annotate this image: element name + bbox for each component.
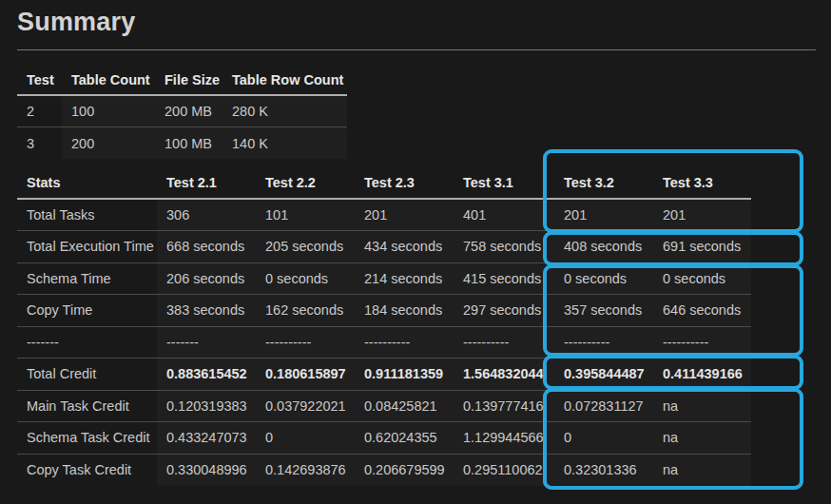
- column-header: Test 3.3: [653, 167, 751, 199]
- row-label: Total Execution Time: [17, 231, 157, 263]
- header-row: StatsTest 2.1Test 2.2Test 2.3Test 3.1Tes…: [17, 167, 751, 199]
- cell-value: 0.072831127: [554, 390, 653, 422]
- row-label: Schema Time: [17, 262, 157, 295]
- cell-value: na: [653, 390, 751, 422]
- cell-value: 0.330048996: [157, 454, 256, 486]
- cell-value: 306: [157, 199, 256, 231]
- column-header: Table Row Count: [222, 65, 347, 95]
- row-label: Main Task Credit: [17, 390, 157, 422]
- column-header: Table Count: [62, 65, 155, 95]
- cell-value: na: [653, 422, 751, 455]
- row-label: Total Tasks: [17, 199, 157, 231]
- cell-value: 0.32301336: [554, 454, 653, 486]
- tests-overview-table: TestTable CountFile SizeTable Row Count2…: [17, 65, 347, 159]
- cell-value: 201: [554, 199, 653, 231]
- cell-value: 357 seconds: [554, 295, 653, 327]
- cell-value: 0: [256, 422, 355, 455]
- table-row: Total Execution Time668 seconds205 secon…: [17, 231, 751, 263]
- cell-value: 0.08425821: [355, 390, 454, 422]
- column-header: Test: [17, 65, 62, 95]
- table-row: 3200100 MB140 K: [17, 127, 347, 160]
- stats-comparison-table: StatsTest 2.1Test 2.2Test 2.3Test 3.1Tes…: [17, 167, 751, 486]
- title-divider: [17, 49, 816, 50]
- cell-value: 0.180615897: [256, 359, 355, 391]
- row-label: Copy Time: [17, 295, 157, 327]
- cell-value: 0.206679599: [355, 454, 454, 486]
- cell-value: 214 seconds: [355, 262, 454, 295]
- cell-value: 0 seconds: [554, 262, 653, 295]
- row-label: 2: [17, 95, 62, 127]
- cell-value: 162 seconds: [256, 295, 355, 327]
- cell-value: ----------: [554, 326, 653, 359]
- cell-value: 201: [653, 199, 751, 231]
- cell-value: 408 seconds: [554, 231, 653, 263]
- table-row: Total Credit0.8836154520.1806158970.9111…: [17, 359, 751, 391]
- row-label: 3: [17, 127, 62, 160]
- cell-value: 0.139777416: [454, 390, 554, 422]
- row-label: Total Credit: [17, 359, 157, 391]
- cell-value: 0.142693876: [256, 454, 355, 486]
- column-header: File Size: [155, 65, 222, 95]
- cell-value: 280 K: [222, 95, 347, 127]
- cell-value: 0.120319383: [157, 390, 256, 422]
- cell-value: 0 seconds: [256, 262, 355, 295]
- cell-value: ----------: [653, 326, 751, 359]
- cell-value: 0.395844487: [554, 359, 653, 391]
- cell-value: 100 MB: [155, 127, 222, 160]
- cell-value: 140 K: [222, 127, 347, 160]
- table-row: Copy Task Credit0.3300489960.1426938760.…: [17, 454, 751, 486]
- row-label: -------: [17, 326, 157, 359]
- cell-value: 415 seconds: [454, 262, 554, 295]
- cell-value: 1.129944566: [454, 422, 554, 455]
- cell-value: 668 seconds: [157, 231, 256, 263]
- cell-value: 0: [554, 422, 653, 455]
- cell-value: 0.433247073: [157, 422, 256, 455]
- cell-value: 200: [62, 127, 155, 160]
- column-header: Test 3.1: [454, 167, 554, 199]
- page-title: Summary: [17, 8, 135, 37]
- cell-value: 0.411439166: [653, 359, 751, 391]
- row-label: Copy Task Credit: [17, 454, 157, 486]
- cell-value: 758 seconds: [454, 231, 554, 263]
- cell-value: 646 seconds: [653, 295, 751, 327]
- table-row: Schema Time206 seconds0 seconds214 secon…: [17, 262, 751, 295]
- table-row: Schema Task Credit0.43324707300.62024355…: [17, 422, 751, 455]
- cell-value: 200 MB: [155, 95, 222, 127]
- cell-value: 691 seconds: [653, 231, 751, 263]
- cell-value: 0.911181359: [355, 359, 454, 391]
- cell-value: 297 seconds: [454, 295, 554, 327]
- cell-value: 184 seconds: [355, 295, 454, 327]
- table-row: Copy Time383 seconds162 seconds184 secon…: [17, 295, 751, 327]
- cell-value: 0.883615452: [157, 359, 256, 391]
- cell-value: 0.295110062: [454, 454, 554, 486]
- cell-value: 205 seconds: [256, 231, 355, 263]
- cell-value: 0.037922021: [256, 390, 355, 422]
- cell-value: na: [653, 454, 751, 486]
- cell-value: 206 seconds: [157, 262, 256, 295]
- column-header: Stats: [17, 167, 157, 199]
- header-row: TestTable CountFile SizeTable Row Count: [17, 65, 347, 95]
- cell-value: 101: [256, 199, 355, 231]
- row-label: Schema Task Credit: [17, 422, 157, 455]
- cell-value: -------: [157, 326, 256, 359]
- cell-value: 0.62024355: [355, 422, 454, 455]
- table-row: Total Tasks306101201401201201: [17, 199, 751, 231]
- cell-value: ----------: [256, 326, 355, 359]
- table-row: 2100200 MB280 K: [17, 95, 347, 127]
- cell-value: 401: [454, 199, 554, 231]
- cell-value: 0 seconds: [653, 262, 751, 295]
- cell-value: 201: [355, 199, 454, 231]
- table-row: Main Task Credit0.1203193830.0379220210.…: [17, 390, 751, 422]
- cell-value: 383 seconds: [157, 295, 256, 327]
- column-header: Test 2.1: [157, 167, 256, 199]
- cell-value: 100: [62, 95, 155, 127]
- table-row: ----------------------------------------…: [17, 326, 751, 359]
- column-header: Test 3.2: [554, 167, 653, 199]
- cell-value: 434 seconds: [355, 231, 454, 263]
- summary-report: Summary TestTable CountFile SizeTable Ro…: [0, 0, 831, 504]
- cell-value: ----------: [355, 326, 454, 359]
- column-header: Test 2.2: [256, 167, 355, 199]
- cell-value: ----------: [454, 326, 554, 359]
- column-header: Test 2.3: [355, 167, 454, 199]
- cell-value: 1.564832044: [454, 359, 554, 391]
